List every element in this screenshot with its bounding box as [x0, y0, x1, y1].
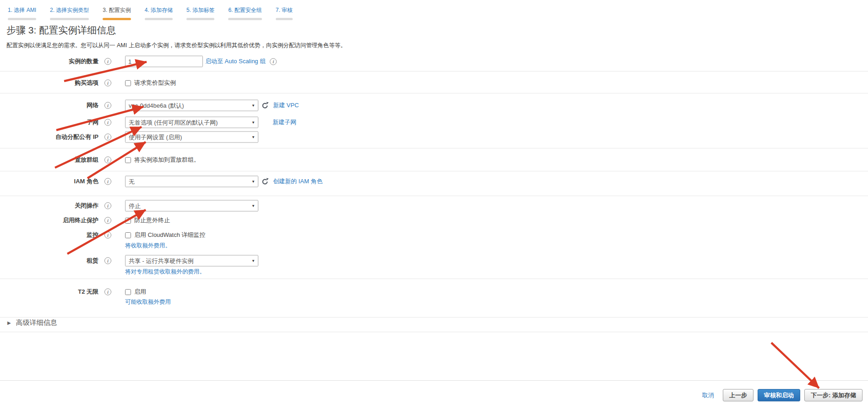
tenancy-label: 租赁	[0, 257, 98, 265]
advanced-details-toggle[interactable]: ▶ 高级详细信息	[7, 318, 57, 327]
info-icon[interactable]: i	[104, 157, 111, 164]
tenancy-select[interactable]: 共享 - 运行共享硬件实例 ▼	[125, 255, 258, 267]
tab-underline	[228, 18, 262, 20]
separator	[0, 332, 868, 332]
row-termination-protection: 启用终止保护 i 防止意外终止	[0, 214, 868, 226]
info-icon[interactable]: i	[104, 289, 111, 296]
request-spot-instances-checkbox[interactable]: 请求竞价型实例	[125, 79, 176, 87]
previous-button[interactable]: 上一步	[723, 389, 753, 401]
row-network: 网络 i vpc-0dd4be6a (默认) ▼ 新建 VPC	[0, 99, 868, 111]
auto-assign-public-ip-value: 使用子网设置 (启用)	[129, 134, 182, 141]
page-title: 步骤 3: 配置实例详细信息	[6, 24, 116, 37]
info-icon[interactable]: i	[104, 80, 111, 87]
triangle-right-icon: ▶	[7, 320, 11, 325]
auto-assign-public-ip-label: 自动分配公有 IP	[0, 133, 98, 141]
refresh-icon[interactable]	[261, 102, 269, 110]
shutdown-behavior-select[interactable]: 停止 ▼	[125, 200, 258, 212]
chevron-down-icon: ▼	[251, 176, 255, 187]
row-subnet: 子网 i 无首选项 (任何可用区的默认子网) ▼ 新建子网	[0, 116, 868, 128]
separator	[0, 279, 868, 279]
row-instance-count: 实例的数量 i 启动至 Auto Scaling 组 i	[0, 55, 868, 67]
tab-label: 6. 配置安全组	[228, 7, 262, 13]
separator	[0, 148, 868, 148]
checkbox-label: 启用	[134, 288, 146, 296]
auto-assign-public-ip-select[interactable]: 使用子网设置 (启用) ▼	[125, 132, 258, 143]
checkbox-label: 将实例添加到置放群组。	[134, 156, 200, 164]
tenancy-value: 共享 - 运行共享硬件实例	[129, 258, 194, 264]
info-icon[interactable]: i	[104, 119, 111, 126]
separator	[0, 317, 868, 318]
tab-underline	[8, 18, 36, 20]
row-auto-assign-public-ip: 自动分配公有 IP i 使用子网设置 (启用) ▼	[0, 131, 868, 143]
chevron-down-icon: ▼	[251, 117, 255, 128]
advanced-details-label: 高级详细信息	[16, 318, 57, 327]
instance-count-input[interactable]	[125, 56, 203, 67]
network-select-value: vpc-0dd4be6a (默认)	[129, 102, 184, 109]
info-icon[interactable]: i	[104, 258, 111, 264]
tab-label: 4. 添加存储	[145, 7, 173, 13]
monitoring-fee-note[interactable]: 将收取额外费用。	[125, 242, 171, 250]
prevent-accidental-termination-checkbox[interactable]: 防止意外终止	[125, 216, 170, 225]
info-icon[interactable]: i	[104, 203, 111, 209]
tab-label: 1. 选择 AMI	[8, 7, 36, 13]
shutdown-behavior-label: 关闭操作	[0, 202, 98, 210]
tab-add-tags[interactable]: 5. 添加标签	[185, 6, 216, 20]
info-icon[interactable]: i	[104, 58, 111, 65]
row-tenancy: 租赁 i 共享 - 运行共享硬件实例 ▼	[0, 255, 868, 267]
add-to-placement-group-checkbox[interactable]: 将实例添加到置放群组。	[125, 156, 200, 164]
shutdown-behavior-value: 停止	[129, 203, 141, 209]
separator	[0, 196, 868, 196]
info-icon[interactable]: i	[104, 134, 111, 141]
tab-label: 3. 配置实例	[103, 7, 131, 13]
checkbox[interactable]	[125, 218, 131, 224]
create-new-vpc-link[interactable]: 新建 VPC	[273, 101, 299, 110]
launch-into-asg-link[interactable]: 启动至 Auto Scaling 组	[205, 57, 266, 66]
info-icon[interactable]: i	[104, 217, 111, 224]
tab-configure-security-group[interactable]: 6. 配置安全组	[227, 6, 263, 20]
subnet-label: 子网	[0, 118, 98, 126]
checkbox[interactable]	[125, 289, 131, 295]
subnet-select[interactable]: 无首选项 (任何可用区的默认子网) ▼	[125, 117, 258, 128]
row-shutdown-behavior: 关闭操作 i 停止 ▼	[0, 200, 868, 212]
tab-label: 5. 添加标签	[186, 7, 214, 13]
review-and-launch-button[interactable]: 审核和启动	[758, 389, 800, 401]
monitoring-label: 监控	[0, 231, 98, 239]
checkbox[interactable]	[125, 157, 131, 163]
checkbox-label: 启用 CloudWatch 详细监控	[134, 231, 206, 239]
network-select[interactable]: vpc-0dd4be6a (默认) ▼	[125, 100, 258, 111]
checkbox[interactable]	[125, 80, 131, 86]
t2-unlimited-enable-checkbox[interactable]: 启用	[125, 288, 146, 296]
tenancy-fee-note[interactable]: 将对专用租赁收取额外的费用。	[125, 268, 205, 276]
instance-count-label: 实例的数量	[0, 57, 98, 66]
t2-fee-note[interactable]: 可能收取额外费用	[125, 298, 171, 306]
create-new-iam-role-link[interactable]: 创建新的 IAM 角色	[273, 177, 322, 186]
row-placement-group: 置放群组 i 将实例添加到置放群组。	[0, 154, 868, 166]
separator	[0, 71, 868, 71]
refresh-icon[interactable]	[261, 178, 269, 186]
tab-add-storage[interactable]: 4. 添加存储	[143, 6, 174, 20]
wizard-step-tabs: 1. 选择 AMI 2. 选择实例类型 3. 配置实例 4. 添加存储 5. 添…	[6, 6, 294, 20]
tab-configure-instance[interactable]: 3. 配置实例	[101, 6, 132, 20]
termination-protection-label: 启用终止保护	[0, 216, 98, 225]
checkbox[interactable]	[125, 232, 131, 238]
next-add-storage-button[interactable]: 下一步: 添加存储	[804, 389, 863, 401]
checkbox-label: 请求竞价型实例	[134, 79, 176, 87]
tab-choose-ami[interactable]: 1. 选择 AMI	[6, 6, 38, 20]
row-purchasing-option: 购买选项 i 请求竞价型实例	[0, 77, 868, 89]
iam-role-select[interactable]: 无 ▼	[125, 176, 258, 187]
tab-review[interactable]: 7. 审核	[274, 6, 294, 20]
enable-cloudwatch-monitoring-checkbox[interactable]: 启用 CloudWatch 详细监控	[125, 231, 206, 239]
tab-choose-instance-type[interactable]: 2. 选择实例类型	[49, 6, 90, 20]
info-icon[interactable]: i	[104, 102, 111, 109]
info-icon[interactable]: i	[104, 232, 111, 239]
tab-underline	[276, 18, 293, 20]
info-icon[interactable]: i	[104, 178, 111, 185]
create-new-subnet-link[interactable]: 新建子网	[273, 118, 296, 126]
subnet-select-value: 无首选项 (任何可用区的默认子网)	[129, 119, 218, 126]
tab-label: 2. 选择实例类型	[50, 7, 89, 13]
cancel-link[interactable]: 取消	[702, 391, 714, 400]
page-description: 配置实例以便满足您的需求。您可以从同一 AMI 上启动多个实例，请求竞价型实例以…	[6, 42, 346, 49]
info-icon[interactable]: i	[270, 58, 277, 65]
row-t2-unlimited: T2 无限 i 启用	[0, 286, 868, 298]
iam-role-label: IAM 角色	[0, 177, 98, 186]
